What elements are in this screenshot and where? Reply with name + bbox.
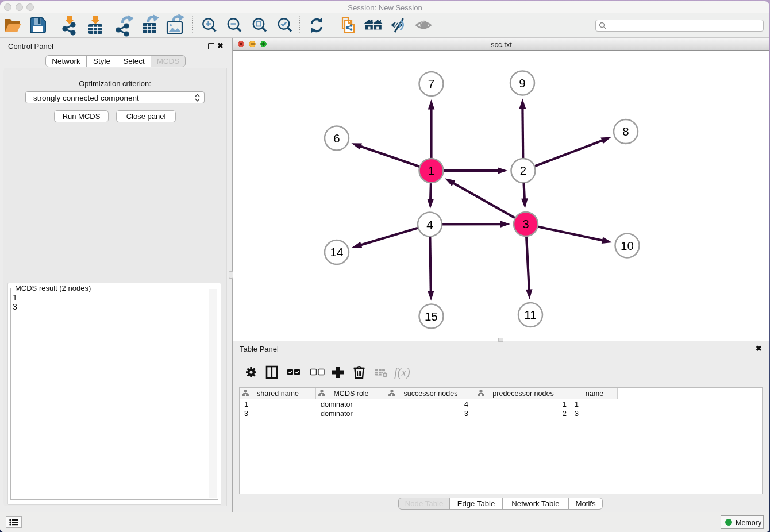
svg-text:7: 7	[428, 77, 434, 90]
svg-text:8: 8	[622, 125, 629, 138]
svg-text:1: 1	[428, 164, 434, 177]
svg-text:2: 2	[520, 164, 526, 177]
svg-text:10: 10	[621, 239, 634, 252]
svg-text:3: 3	[522, 217, 529, 230]
svg-text:9: 9	[519, 76, 525, 90]
svg-text:14: 14	[330, 245, 344, 259]
svg-text:f(x): f(x)	[394, 366, 410, 379]
svg-text:4: 4	[426, 218, 433, 231]
svg-text:15: 15	[425, 310, 438, 323]
svg-text:11: 11	[524, 308, 536, 321]
svg-text:6: 6	[333, 132, 340, 145]
